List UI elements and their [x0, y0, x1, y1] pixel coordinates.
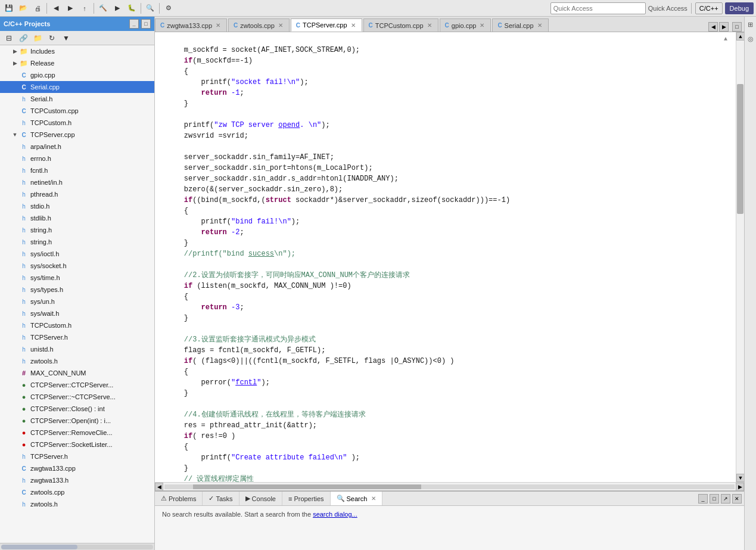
tab-gpio-cpp-close[interactable]: ✕ [478, 22, 486, 29]
tab-serial-cpp-close[interactable]: ✕ [536, 22, 543, 29]
sidebar-item-gpio-cpp[interactable]: C gpio.cpp [0, 69, 154, 81]
sidebar-item-tcpcustom2-h[interactable]: h TCPCustom.h [0, 319, 154, 331]
toolbar-save-icon[interactable]: 📂 [17, 2, 30, 15]
tab-zwgtwa133-cpp-close[interactable]: ✕ [214, 22, 222, 29]
tab-zwtools-cpp-close[interactable]: ✕ [277, 22, 284, 29]
sidebar-item-stdio[interactable]: h stdio.h [0, 200, 154, 212]
editor-vscroll-up-btn[interactable]: ▲ [736, 32, 744, 41]
sidebar-item-zwgtwa133-h[interactable]: h zwgtwa133.h [0, 474, 154, 486]
tab-tcpserver-cpp-close[interactable]: ✕ [350, 22, 357, 29]
sidebar-item-sys-socket[interactable]: h sys/socket.h [0, 260, 154, 272]
toolbar-new-icon[interactable]: 💾 [2, 2, 15, 15]
tab-zwtools-cpp[interactable]: C zwtools.cpp ✕ [228, 18, 290, 32]
sidebar-item-sys-ioctl[interactable]: h sys/ioctl.h [0, 248, 154, 260]
sidebar-filter-icon[interactable]: ▼ [60, 32, 73, 45]
sidebar-item-zwgtwa133-cpp[interactable]: C zwgtwa133.cpp [0, 462, 154, 474]
sidebar-item-zwtools-h2[interactable]: h zwtools.h [0, 355, 154, 367]
editor-vscroll-down-btn[interactable]: ▼ [736, 474, 744, 482]
debug-perspective-button[interactable]: Debug [725, 2, 754, 14]
sidebar-item-string[interactable]: h string.h [0, 224, 154, 236]
toolbar-build-icon[interactable]: 🔨 [97, 2, 110, 15]
far-right-icon1[interactable]: ⊞ [745, 19, 756, 30]
bottom-tab-console[interactable]: ▶ Console [239, 492, 282, 505]
toolbar-back-icon[interactable]: ◀ [49, 2, 63, 15]
sidebar-item-tcpcustom-cpp[interactable]: C TCPCustom.cpp [0, 105, 154, 117]
tab-tcpserver-cpp[interactable]: C TCPServer.cpp ✕ [291, 18, 362, 32]
bottom-restore-btn[interactable]: ↗ [721, 494, 730, 504]
sidebar-item-tcpserver-h[interactable]: h TCPServer.h [0, 450, 154, 462]
sidebar-item-release[interactable]: ▶ 📁 Release [0, 57, 154, 69]
sidebar-item-sys-time[interactable]: h sys/time.h [0, 272, 154, 284]
toolbar-gear-icon[interactable]: ⚙ [162, 2, 175, 15]
sidebar-item-ctcpserver4[interactable]: ● CTCPServer::Open(int) : i... [0, 415, 154, 427]
sidebar-item-ctcpserver3[interactable]: ● CTCPServer::Close() : int [0, 403, 154, 415]
sidebar-item-tcpserver-cpp[interactable]: ▼ C TCPServer.cpp [0, 129, 154, 141]
bottom-tab-properties[interactable]: ≡ Properties [282, 492, 331, 505]
sidebar-item-ctcpserver2[interactable]: ● CTCPServer::~CTCPServe... [0, 391, 154, 403]
sidebar-item-max-conn[interactable]: # MAX_CONN_NUM [0, 367, 154, 379]
tab-zwgtwa133-cpp[interactable]: C zwgtwa133.cpp ✕ [155, 18, 227, 32]
sidebar-new-folder-icon[interactable]: 📁 [31, 32, 44, 45]
sidebar-refresh-icon[interactable]: ↻ [45, 32, 58, 45]
serial-h-label: Serial.h [30, 95, 52, 102]
sidebar-hscroll[interactable] [0, 543, 154, 550]
sidebar-item-netinet[interactable]: h netinet/in.h [0, 176, 154, 188]
sidebar-item-string2[interactable]: h string.h [0, 236, 154, 248]
sidebar-item-ctcpserver1[interactable]: ● CTCPServer::CTCPServer... [0, 379, 154, 391]
tabs-scroll-right-btn[interactable]: ▶ [719, 22, 729, 32]
sidebar-item-ctcpserver5[interactable]: ● CTCPServer::RemoveClie... [0, 427, 154, 439]
toolbar-run-icon[interactable]: ▶ [111, 2, 124, 15]
bottom-minimize-btn[interactable]: _ [698, 494, 708, 504]
far-right-icon2[interactable]: ◎ [745, 33, 756, 44]
sidebar-item-serial-h[interactable]: h Serial.h [0, 93, 154, 105]
tab-serial-cpp[interactable]: C Serial.cpp ✕ [492, 18, 548, 32]
editor-hscroll-left-btn[interactable]: ◀ [155, 483, 163, 491]
code-editor[interactable]: ▲ m_sockfd = socket(AF_INET,SOCK_STREAM,… [155, 32, 736, 482]
sidebar-item-zwtools-h[interactable]: h zwtools.h [0, 498, 154, 510]
sidebar-item-sys-un[interactable]: h sys/un.h [0, 296, 154, 307]
sidebar-item-arpa-inet[interactable]: h arpa/inet.h [0, 141, 154, 153]
quick-access-input[interactable] [550, 2, 646, 14]
tab-tcpcustom-cpp-close[interactable]: ✕ [426, 22, 433, 29]
toolbar-forward-icon[interactable]: ▶ [64, 2, 77, 15]
toolbar-debug-run-icon[interactable]: 🐛 [125, 2, 138, 15]
sidebar-item-stdlib[interactable]: h stdlib.h [0, 212, 154, 224]
sidebar-item-unistd[interactable]: h unistd.h [0, 343, 154, 355]
sidebar-item-fcntl[interactable]: h fcntl.h [0, 164, 154, 176]
bottom-maximize-btn[interactable]: □ [710, 494, 719, 504]
sidebar-minimize-btn[interactable]: _ [129, 19, 139, 29]
sidebar-maximize-btn[interactable]: □ [141, 19, 151, 29]
tab-gpio-cpp[interactable]: C gpio.cpp ✕ [440, 18, 491, 32]
editor-hscroll[interactable]: ◀ ▶ [155, 482, 744, 490]
toolbar-search-icon[interactable]: 🔍 [144, 2, 157, 15]
sidebar-item-serial-cpp[interactable]: C Serial.cpp [0, 81, 154, 93]
bottom-tab-problems[interactable]: ⚠ Problems [155, 492, 203, 505]
tabs-scroll-left-btn[interactable]: ◀ [708, 22, 718, 32]
sidebar-item-includes[interactable]: ▶ 📁 Includes [0, 45, 154, 57]
sidebar-item-tcpcustom-h[interactable]: h TCPCustom.h [0, 117, 154, 129]
search-dialog-link[interactable]: search dialog... [313, 511, 357, 518]
sidebar-item-sys-wait[interactable]: h sys/wait.h [0, 307, 154, 319]
sidebar-item-pthread[interactable]: h pthread.h [0, 188, 154, 200]
code-line: //3.设置监听套接字通讯模式为异步模式 [155, 334, 736, 345]
bottom-tab-tasks[interactable]: ✓ Tasks [203, 492, 239, 505]
sidebar-item-ctcpserver6[interactable]: ● CTCPServer::SocketLister... [0, 439, 154, 450]
sidebar-item-zwtools-cpp[interactable]: C zwtools.cpp [0, 486, 154, 498]
sidebar-item-sys-types[interactable]: h sys/types.h [0, 284, 154, 296]
sidebar-link-editor-icon[interactable]: 🔗 [17, 32, 30, 45]
code-line: printf("socket fail!\n"); [155, 77, 736, 88]
code-line: { [155, 206, 736, 216]
tab-tcpcustom-cpp[interactable]: C TCPCustom.cpp ✕ [363, 18, 438, 32]
editor-hscroll-right-btn[interactable]: ▶ [736, 483, 744, 491]
sidebar-item-errno[interactable]: h errno.h [0, 153, 154, 164]
tabs-maximize-btn[interactable]: □ [732, 22, 742, 32]
search-tab-close[interactable]: ✕ [371, 495, 376, 502]
cpp-perspective-button[interactable]: C/C++ [695, 2, 723, 14]
bottom-close-btn[interactable]: ✕ [732, 494, 742, 504]
bottom-tab-search[interactable]: 🔍 Search ✕ [331, 492, 383, 505]
toolbar-up-icon[interactable]: ↑ [78, 2, 91, 15]
toolbar-print-icon[interactable]: 🖨 [31, 2, 44, 15]
sidebar-item-tcpserver-h2[interactable]: h TCPServer.h [0, 331, 154, 343]
sidebar-collapse-all-icon[interactable]: ⊟ [2, 32, 15, 45]
editor-vscroll[interactable]: ▲ ▼ [736, 32, 744, 482]
